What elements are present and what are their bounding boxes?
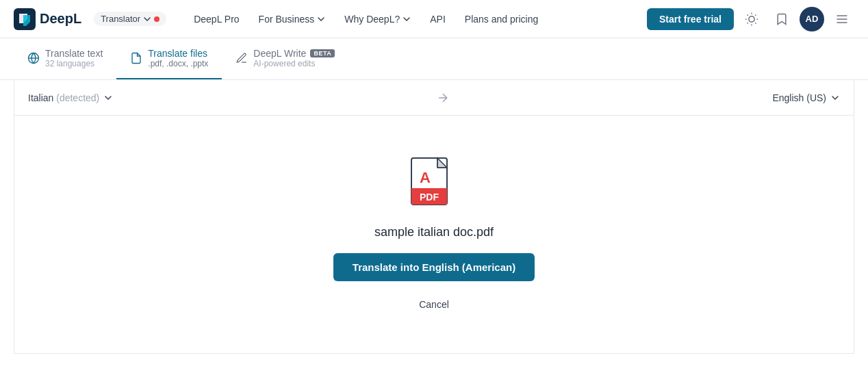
language-bar: Italian (detected) English (US) [14, 80, 854, 116]
tab-translate-text-title: Translate text [45, 48, 103, 59]
svg-line-7 [755, 23, 756, 23]
tabs-bar: Translate text 32 languages Translate fi… [0, 38, 868, 80]
chevron-down-icon [103, 93, 113, 103]
nav-why-deepl[interactable]: Why DeepL? [336, 10, 419, 29]
logo-area: DeepL [14, 8, 81, 30]
tab-deepl-write[interactable]: DeepL Write BETA AI-powered edits [222, 38, 348, 79]
chevron-down-icon [830, 93, 840, 103]
logo-text: DeepL [40, 11, 81, 27]
target-language-selector[interactable]: English (US) [772, 92, 840, 103]
language-arrow [113, 91, 772, 105]
file-icon [130, 52, 142, 64]
tab-translate-files[interactable]: Translate files .pdf, .docx, .pptx [116, 38, 222, 79]
bookmark-icon [775, 12, 789, 26]
file-name: sample italian doc.pdf [374, 225, 494, 239]
source-language-label: Italian (detected) [28, 92, 99, 103]
user-avatar-button[interactable]: AD [800, 7, 824, 31]
tab-deepl-write-title: DeepL Write [253, 48, 306, 59]
tab-translate-files-title: Translate files [148, 48, 208, 59]
deepl-logo-icon [14, 8, 36, 30]
svg-text:A: A [420, 169, 431, 186]
svg-point-3 [749, 16, 754, 21]
nav-links: DeepL Pro For Business Why DeepL? API Pl… [186, 10, 641, 29]
tab-translate-files-subtitle: .pdf, .docx, .pptx [148, 59, 208, 68]
start-trial-button[interactable]: Start free trial [647, 8, 734, 30]
translate-button[interactable]: Translate into English (American) [333, 253, 535, 281]
sun-icon [745, 12, 758, 26]
nav-plans-pricing[interactable]: Plans and pricing [457, 10, 546, 29]
chevron-down-icon [403, 15, 411, 23]
svg-text:PDF: PDF [420, 192, 439, 203]
tab-deepl-write-subtitle: AI-powered edits [253, 59, 335, 68]
menu-button[interactable] [830, 7, 854, 31]
translator-badge[interactable]: Translator [94, 12, 166, 26]
beta-badge: BETA [310, 49, 335, 57]
file-display: PDF A sample italian doc.pdf Translate i… [14, 116, 854, 341]
svg-line-10 [748, 23, 748, 23]
header-actions: Start free trial AD [647, 7, 854, 31]
notification-dot [154, 16, 159, 22]
pencil-icon [235, 52, 248, 64]
nav-deepl-pro[interactable]: DeepL Pro [186, 10, 247, 29]
svg-line-11 [755, 14, 756, 15]
hamburger-icon [835, 12, 849, 26]
source-language-selector[interactable]: Italian (detected) [28, 92, 113, 103]
tab-translate-text[interactable]: Translate text 32 languages [14, 38, 116, 79]
nav-for-business[interactable]: For Business [251, 10, 334, 29]
nav-api[interactable]: API [422, 10, 454, 29]
svg-line-6 [748, 14, 748, 15]
chevron-down-icon [317, 15, 325, 23]
tab-translate-text-subtitle: 32 languages [45, 59, 103, 68]
chevron-down-icon [143, 15, 151, 23]
translator-label: Translator [101, 14, 140, 24]
theme-toggle-button[interactable] [739, 7, 764, 31]
pdf-file-icon: PDF A [410, 157, 458, 211]
main-content: Italian (detected) English (US) [14, 80, 854, 354]
header: DeepL Translator DeepL Pro For Business … [0, 0, 868, 38]
cancel-button[interactable]: Cancel [411, 295, 457, 314]
globe-icon [27, 52, 40, 64]
target-language-label: English (US) [772, 92, 826, 103]
bookmark-button[interactable] [769, 7, 794, 31]
